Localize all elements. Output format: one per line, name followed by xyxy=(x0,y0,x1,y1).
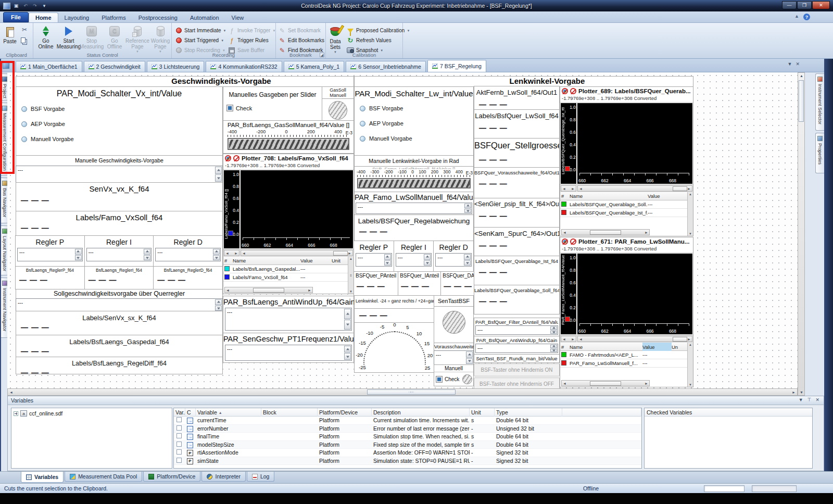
bottom-tab[interactable]: Interpreter xyxy=(201,472,245,482)
parameter-input[interactable]: --- xyxy=(475,325,558,335)
mode-radio[interactable]: BSF Vorgabe xyxy=(21,106,222,112)
canvas-hscrollbar[interactable]: ◄► xyxy=(7,388,798,396)
x-scrollbar[interactable]: ◄► xyxy=(577,336,692,342)
paste-button[interactable]: Paste xyxy=(1,24,19,45)
recording-button[interactable]: Invoke Trigger▼ xyxy=(228,26,275,35)
mode-radio[interactable]: Manuell Vorgabe xyxy=(360,135,473,142)
dock-tab[interactable]: Instrument Selector xyxy=(815,73,824,131)
y-scrollbar[interactable]: ◄► xyxy=(224,250,239,256)
cursor-disabled-icon[interactable] xyxy=(225,155,231,161)
bsf-taster-button[interactable]: BSF-Taster ohne Hindernis OFF xyxy=(474,377,560,388)
calibration-button[interactable]: Refresh Values xyxy=(347,36,410,45)
spinner[interactable] xyxy=(384,254,391,266)
minimize-button[interactable]: — xyxy=(782,1,797,9)
status-control-button[interactable]: Working Page▼ xyxy=(149,23,172,53)
edit-disabled-icon[interactable] xyxy=(570,88,576,94)
tree-item-sdf[interactable]: a ccf_online.sdf xyxy=(11,408,172,419)
status-control-button[interactable]: Go Online xyxy=(34,23,57,53)
cursor-disabled-icon[interactable] xyxy=(562,238,568,245)
table-scrollbar[interactable]: ◄► xyxy=(224,287,313,293)
col-variable[interactable]: Variable▲ xyxy=(196,408,261,417)
regler-input[interactable]: --- xyxy=(356,253,392,267)
spinner[interactable] xyxy=(424,254,431,266)
ribbon-tab[interactable]: Postprocessing xyxy=(132,13,184,22)
data-sets-button[interactable]: Data Sets▼ xyxy=(326,24,344,54)
legend-row[interactable]: PAR_Famo_LwSollManuell_f... --- xyxy=(560,359,693,368)
variable-checkbox[interactable] xyxy=(176,433,182,438)
help-icon[interactable]: ? xyxy=(803,14,810,20)
layout-tab[interactable]: 1 Main_Oberfläche1 xyxy=(16,61,82,72)
status-control-button[interactable]: C Go Offline xyxy=(103,23,126,53)
spinner[interactable] xyxy=(550,326,557,334)
recording-button[interactable]: Start Immediate▼ xyxy=(175,26,226,35)
y-scrollbar[interactable]: ◄► xyxy=(561,336,576,342)
bsf-taster-button[interactable]: BSF-Taster ohne Hindernis ON xyxy=(474,363,560,376)
x-scrollbar[interactable]: ◄► xyxy=(577,185,692,192)
legend-row[interactable]: Labels/Famo_VxSoll_f64 --- xyxy=(223,273,354,282)
manuell-knob[interactable] xyxy=(462,374,472,384)
col-c[interactable]: C xyxy=(185,408,196,417)
gas-slider-track[interactable] xyxy=(228,138,349,150)
pt1-input[interactable]: --- xyxy=(225,345,352,361)
mode-radio[interactable]: BSF Vorgabe xyxy=(360,105,473,111)
bookmark-button[interactable]: Edit Bookmarks xyxy=(279,36,324,45)
legend-row[interactable]: Labels/BsfLaengs_Gaspedal... --- xyxy=(223,265,354,273)
spinner[interactable] xyxy=(144,249,150,260)
regler-input[interactable]: --- xyxy=(86,248,152,261)
regler-input[interactable]: --- xyxy=(396,253,432,267)
variable-checkbox[interactable] xyxy=(176,442,182,447)
bottom-tab[interactable]: Platform/Device xyxy=(143,472,200,482)
status-control-button[interactable]: Start Measuring xyxy=(57,23,80,53)
calibration-button[interactable]: Proposed Calibration▼ xyxy=(347,26,410,35)
table-vscrollbar[interactable]: ▲▼ xyxy=(687,343,693,387)
variable-checkbox[interactable] xyxy=(176,449,182,455)
pin-icon[interactable]: ⊤ xyxy=(807,397,812,402)
steer-slider-track[interactable] xyxy=(357,178,471,188)
status-control-button[interactable]: M Stop Measuring xyxy=(80,23,103,53)
cut-icon[interactable] xyxy=(21,26,28,33)
edit-disabled-icon[interactable] xyxy=(570,238,576,245)
manuell-check[interactable]: Check xyxy=(434,372,473,384)
variable-row[interactable]: simState Platform Simulation state: STOP… xyxy=(174,457,641,465)
col-description[interactable]: Description xyxy=(372,408,470,417)
legend-row[interactable]: Labels/BSFQuer_Querablage_Ist_f... --- xyxy=(560,209,693,217)
sentast-knob[interactable] xyxy=(443,311,465,334)
spinner[interactable] xyxy=(215,299,222,311)
bookmark-button[interactable]: Set Bookmark xyxy=(279,26,324,35)
canvas-vscrollbar[interactable]: ▲ ▼ xyxy=(798,72,805,396)
bottom-tab[interactable]: Log xyxy=(247,472,275,482)
spinner[interactable] xyxy=(464,254,471,266)
lwsoll-input[interactable]: --- xyxy=(356,203,472,214)
table-vscrollbar[interactable]: ▲▼ xyxy=(687,192,693,236)
collapse-ribbon-icon[interactable]: ▲ xyxy=(794,14,799,20)
legend-row[interactable]: FAMO - Fahrtmodus/<AEP_L... --- xyxy=(560,351,693,359)
copy-icon[interactable] xyxy=(21,37,26,43)
col-var[interactable]: Var... xyxy=(174,408,185,417)
variable-row[interactable]: finalTime Platform Simulation stop time.… xyxy=(174,433,641,441)
tab-list-dropdown-icon[interactable]: ▼ xyxy=(788,61,792,67)
y-scrollbar[interactable]: ◄► xyxy=(561,185,576,192)
mode-radio[interactable]: AEP Vorgabe xyxy=(21,121,222,127)
close-button[interactable]: ✕ xyxy=(812,1,830,9)
variable-row[interactable]: modelStepSize Platform Fixed step size o… xyxy=(174,441,641,449)
close-layout-icon[interactable]: ✕ xyxy=(796,61,800,67)
voraus-input[interactable]: --- xyxy=(434,350,474,365)
table-vscrollbar[interactable]: ▲≡▼ xyxy=(348,257,354,294)
parameter-input[interactable]: --- xyxy=(475,344,558,353)
layout-tab[interactable]: 4 KommunikationRS232 xyxy=(206,61,282,72)
col-platform[interactable]: Platform/Device xyxy=(318,408,372,417)
layout-tab[interactable]: 7 BSF_Regelung xyxy=(427,60,486,72)
bottom-tab[interactable]: Measurement Data Pool xyxy=(65,472,142,482)
variable-checkbox[interactable] xyxy=(176,458,182,463)
legend-row[interactable]: Labels/BSFQuer_Querablage_Soll... --- xyxy=(560,200,693,209)
layout-tab[interactable]: 6 Sensor_Inbetriebnahme xyxy=(346,61,426,72)
spinner[interactable] xyxy=(464,204,471,213)
spinner[interactable] xyxy=(215,167,222,182)
recording-button[interactable]: Start Triggered▼ xyxy=(175,36,226,45)
manual-speed-input[interactable]: --- xyxy=(16,166,223,183)
pane-dropdown-icon[interactable]: ▼ xyxy=(799,397,803,402)
ribbon-tab[interactable]: File xyxy=(3,12,29,22)
table-scrollbar[interactable]: ◄► xyxy=(561,380,650,386)
antiwindup-input[interactable]: --- xyxy=(225,308,352,331)
regler-input[interactable]: --- xyxy=(155,248,221,261)
